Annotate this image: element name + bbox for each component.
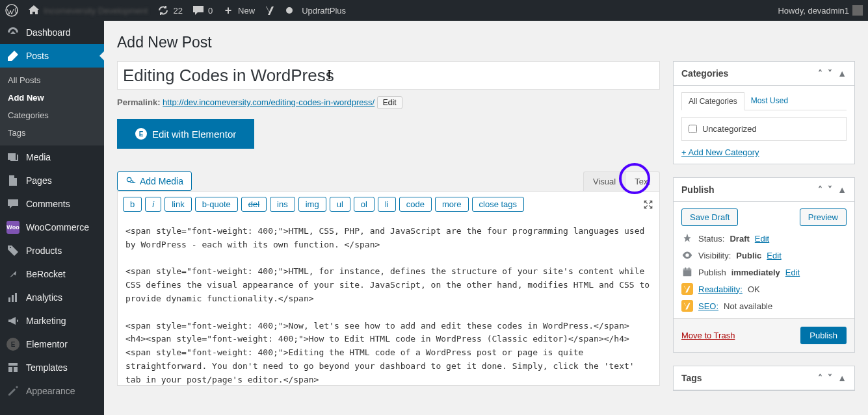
menu-media[interactable]: Media (0, 145, 104, 169)
categories-metabox: Categories ˄˅▲ All Categories Most Used … (673, 61, 855, 164)
edit-status-link[interactable]: Edit (755, 234, 769, 244)
edit-with-elementor-button[interactable]: E Edit with Elementor (117, 119, 254, 149)
svg-rect-11 (681, 300, 693, 312)
move-down-icon[interactable]: ˅ (828, 184, 832, 195)
submenu-all-posts[interactable]: All Posts (0, 71, 104, 89)
menu-templates[interactable]: Templates (0, 356, 104, 379)
visibility-row: Visibility: Public Edit (681, 249, 847, 261)
menu-woocommerce[interactable]: WooWooCommerce (0, 216, 104, 239)
submenu-add-new[interactable]: Add New (0, 89, 104, 107)
tab-text[interactable]: Text (625, 171, 660, 191)
elementor-icon: E (135, 128, 147, 140)
toggle-icon[interactable]: ▲ (837, 184, 847, 195)
menu-analytics[interactable]: Analytics (0, 286, 104, 309)
cat-tab-all[interactable]: All Categories (681, 92, 744, 110)
preview-button[interactable]: Preview (800, 208, 847, 226)
comments-link[interactable]: 0 (192, 4, 213, 17)
updates-link[interactable]: 22 (157, 4, 182, 17)
menu-pages[interactable]: Pages (0, 169, 104, 192)
menu-posts[interactable]: Posts (0, 44, 104, 68)
publish-title: Publish (681, 184, 715, 195)
move-down-icon[interactable]: ˅ (828, 373, 832, 383)
qt-img[interactable]: img (298, 197, 326, 212)
svg-rect-2 (8, 297, 10, 302)
tab-visual[interactable]: Visual (583, 171, 625, 191)
permalink-row: Permalink: http://dev.incomeversity.com/… (117, 96, 660, 109)
move-up-icon[interactable]: ˄ (818, 184, 822, 195)
admin-bar: Incomeversity Development 22 0 +New Updr… (0, 0, 868, 21)
svg-point-1 (10, 155, 12, 157)
new-link[interactable]: +New (222, 4, 255, 17)
fullscreen-icon[interactable] (642, 199, 654, 210)
submenu-tags[interactable]: Tags (0, 124, 104, 142)
qt-ins[interactable]: ins (270, 197, 295, 212)
seo-link[interactable]: SEO: (698, 301, 718, 311)
admin-sidebar: Dashboard Posts All Posts Add New Catego… (0, 21, 104, 415)
status-row: Status: Draft Edit (681, 233, 847, 244)
cat-uncategorized[interactable]: Uncategorized (689, 124, 839, 134)
edit-visibility-link[interactable]: Edit (767, 251, 781, 260)
account-link[interactable]: Howdy, devadmin1 (778, 5, 863, 16)
site-link[interactable]: Incomeversity Development (27, 4, 148, 17)
cat-tab-most-used[interactable]: Most Used (744, 92, 795, 110)
move-up-icon[interactable]: ˄ (818, 373, 822, 383)
svg-rect-3 (12, 295, 14, 302)
svg-rect-8 (685, 268, 686, 270)
edit-schedule-link[interactable]: Edit (785, 268, 800, 277)
menu-marketing[interactable]: Marketing (0, 309, 104, 333)
save-draft-button[interactable]: Save Draft (681, 208, 738, 226)
tags-title: Tags (681, 373, 702, 383)
editor-tabs: Visual Text (583, 171, 660, 191)
readability-link[interactable]: Readability: (698, 284, 743, 294)
qt-ol[interactable]: ol (354, 197, 375, 212)
toggle-icon[interactable]: ▲ (837, 68, 847, 79)
submenu-categories[interactable]: Categories (0, 107, 104, 124)
readability-row: Readability: OK (681, 283, 847, 295)
svg-point-5 (127, 177, 131, 181)
edit-slug-button[interactable]: Edit (377, 96, 402, 109)
yoast-icon (681, 283, 693, 295)
qt-i[interactable]: i (145, 197, 161, 212)
menu-berocket[interactable]: BeRocket (0, 262, 104, 286)
seo-row: SEO: Not available (681, 300, 847, 312)
menu-products[interactable]: Products (0, 239, 104, 262)
submenu-posts: All Posts Add New Categories Tags (0, 68, 104, 145)
move-to-trash-link[interactable]: Move to Trash (681, 331, 735, 340)
publish-button[interactable]: Publish (800, 327, 847, 344)
menu-elementor[interactable]: EElementor (0, 333, 104, 356)
add-new-category-link[interactable]: + Add New Category (681, 147, 759, 157)
qt-ul[interactable]: ul (330, 197, 350, 212)
qt-more[interactable]: more (435, 197, 469, 212)
yoast-icon (681, 300, 693, 312)
permalink-link[interactable]: http://dev.incomeversity.com/editing-cod… (163, 97, 375, 107)
menu-comments[interactable]: Comments (0, 192, 104, 216)
cat-uncategorized-checkbox[interactable] (689, 125, 697, 133)
text-cursor-icon: I (327, 68, 332, 82)
disk-icon[interactable] (286, 7, 293, 14)
toggle-icon[interactable]: ▲ (837, 373, 847, 383)
move-down-icon[interactable]: ˅ (828, 68, 832, 79)
move-up-icon[interactable]: ˄ (818, 68, 822, 79)
content-textarea[interactable] (117, 217, 660, 386)
updraft-link[interactable]: UpdraftPlus (302, 6, 346, 16)
svg-rect-10 (681, 283, 693, 295)
svg-rect-9 (689, 268, 690, 270)
categories-title: Categories (681, 68, 728, 79)
menu-dashboard[interactable]: Dashboard (0, 21, 104, 44)
qt-bquote[interactable]: b-quote (195, 197, 238, 212)
quicktags-toolbar: b i link b-quote del ins img ul ol li co… (117, 191, 660, 217)
qt-close-tags[interactable]: close tags (472, 197, 525, 212)
qt-li[interactable]: li (378, 197, 396, 212)
qt-del[interactable]: del (241, 197, 267, 212)
media-icon (125, 176, 136, 186)
svg-rect-4 (15, 293, 17, 302)
yoast-link[interactable] (264, 4, 277, 17)
qt-link[interactable]: link (164, 197, 192, 212)
add-media-button[interactable]: Add Media (117, 171, 192, 191)
post-title-input[interactable] (117, 61, 660, 90)
wp-logo[interactable] (5, 4, 18, 17)
qt-code[interactable]: code (399, 197, 432, 212)
svg-rect-7 (683, 269, 692, 271)
qt-b[interactable]: b (123, 197, 142, 212)
menu-appearance[interactable]: Appearance (0, 379, 104, 403)
